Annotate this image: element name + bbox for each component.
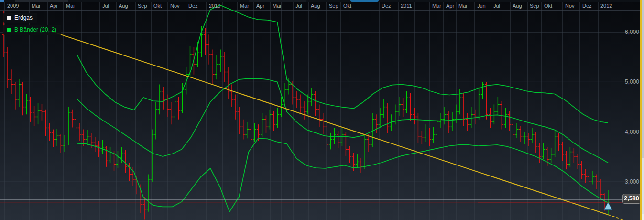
ohlc-bar — [405, 91, 408, 113]
chart-window: 2009MärAprMaiJulAugSepOktNovDez2010MärAp… — [0, 0, 644, 220]
ohlc-bar — [363, 134, 367, 169]
ohlc-bar — [538, 143, 541, 163]
scrollbar-thumb[interactable] — [642, 158, 644, 214]
right-scrollbar-track[interactable] — [642, 0, 644, 220]
ohlc-bar — [6, 47, 9, 88]
legend-erdgas-label: Erdgas — [14, 15, 33, 21]
ohlc-bar — [55, 129, 59, 146]
ohlc-bar — [561, 142, 564, 161]
ohlc-bar — [93, 137, 97, 152]
ohlc-bar — [177, 97, 180, 120]
month-label: Sep — [530, 3, 539, 9]
ohlc-bar — [413, 108, 416, 124]
ohlc-bar — [219, 50, 222, 72]
gridlines — [0, 2, 640, 220]
month-label: Okt — [544, 3, 552, 9]
month-label: Jul — [295, 3, 302, 9]
ohlc-bar — [101, 140, 104, 154]
ohlc-bar — [530, 128, 534, 143]
month-label: Aug — [119, 3, 128, 9]
ohlc-bar — [397, 97, 401, 116]
ohlc-bar — [469, 107, 473, 128]
month-label: Dez — [382, 3, 391, 9]
ohlc-bar — [109, 147, 112, 163]
ohlc-bar — [348, 146, 351, 163]
ohlc-bar — [211, 50, 215, 85]
ohlc-bar — [371, 113, 374, 147]
bollinger-bands — [77, 5, 608, 212]
month-label: Sep — [329, 3, 338, 9]
price-label: 4,000 — [620, 129, 639, 135]
month-label: Mai — [66, 3, 75, 9]
month-label: Jul — [493, 3, 500, 9]
ohlc-bar — [321, 113, 325, 134]
ohlc-bar — [207, 34, 211, 65]
ohlc-bar — [496, 97, 500, 116]
ohlc-bar — [416, 113, 420, 143]
ohlc-bar — [71, 110, 74, 128]
month-label: Mai — [273, 3, 281, 9]
month-label: Nov — [170, 3, 180, 9]
price-label: 3,000 — [620, 178, 639, 185]
ohlc-bar — [485, 82, 488, 119]
ohlc-bar — [169, 102, 173, 124]
price-chart-canvas[interactable] — [0, 0, 644, 220]
ohlc-bar — [591, 171, 595, 184]
ohlc-bar — [447, 111, 450, 133]
price-label: 5,000 — [620, 78, 639, 85]
ohlc-bar — [302, 101, 306, 120]
ohlc-bar — [401, 98, 404, 117]
ohlc-bar — [344, 132, 348, 156]
month-label: Sep — [138, 3, 147, 9]
ohlc-bar — [59, 134, 63, 153]
ohlc-bar — [33, 106, 36, 126]
ohlc-bar — [492, 104, 496, 124]
legend-item-bbands[interactable]: B Bänder (20, 2) — [3, 25, 61, 35]
ohlc-bar — [428, 128, 431, 146]
ohlc-bar — [599, 179, 602, 198]
ohlc-bar — [473, 110, 477, 124]
ohlc-bar — [553, 131, 557, 157]
ohlc-bar — [25, 94, 28, 114]
ohlc-bar — [382, 99, 385, 118]
legend-bbands-label: B Bänder (20, 2) — [14, 27, 56, 33]
month-label: Nov — [565, 3, 575, 9]
ohlc-bar — [143, 197, 146, 220]
ohlc-bar — [13, 82, 17, 109]
ohlc-bar — [241, 120, 245, 140]
price-label: 6,000 — [620, 29, 639, 35]
ohlc-bar — [481, 82, 484, 99]
ohlc-bar — [245, 122, 249, 138]
legend-item-erdgas[interactable]: Erdgas — [3, 13, 37, 23]
ohlc-bar — [420, 131, 424, 144]
ohlc-bar — [436, 114, 439, 137]
ohlc-bar — [329, 133, 332, 149]
ohlc-bar — [105, 146, 108, 167]
ohlc-bar — [162, 87, 165, 110]
ohlc-bar — [238, 107, 241, 134]
ohlc-bar — [584, 169, 587, 183]
ohlc-bar — [337, 131, 340, 148]
ohlc-bar — [310, 88, 313, 106]
ohlc-bar — [504, 108, 507, 128]
ohlc-bar — [588, 174, 591, 187]
month-label: Apr — [50, 3, 58, 9]
ohlc-bar — [116, 151, 120, 167]
ohlc-bar — [572, 148, 576, 163]
ohlc-bar — [276, 108, 279, 128]
ohlc-bar — [356, 154, 359, 168]
last-price-badge: 2,580 — [622, 194, 641, 204]
ohlc-bar — [523, 132, 526, 144]
ohlc-bar — [409, 93, 412, 121]
ohlc-bar — [314, 91, 317, 116]
ohlc-bar — [565, 151, 568, 169]
ohlc-bar — [215, 55, 218, 79]
month-label: Okt — [343, 3, 351, 9]
ohlc-bar — [139, 184, 142, 213]
ohlc-bar — [466, 113, 469, 131]
up-arrow-marker — [604, 202, 612, 209]
ohlc-bar — [580, 161, 583, 179]
ohlc-bar — [515, 123, 519, 138]
ohlc-bar — [67, 107, 70, 145]
ohlc-bar — [17, 79, 21, 107]
